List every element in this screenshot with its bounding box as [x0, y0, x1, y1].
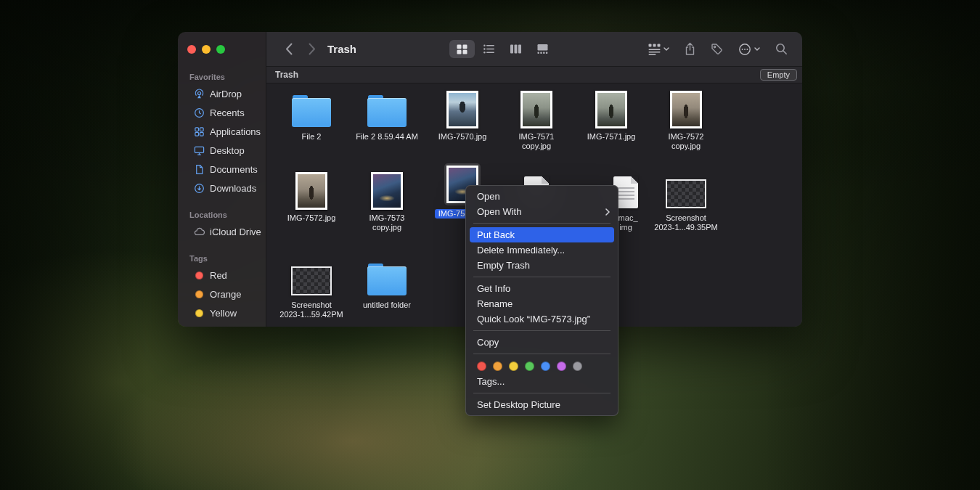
screenshot-thumbnail-icon	[666, 179, 706, 208]
applications-grid-icon	[193, 126, 205, 137]
menu-item-rename[interactable]: Rename	[470, 296, 614, 311]
minimize-button[interactable]	[202, 45, 211, 54]
tag-gray-icon[interactable]	[573, 362, 582, 371]
file-item[interactable]: IMG-7571.jpg	[573, 85, 649, 142]
tags-button[interactable]	[711, 43, 723, 55]
file-item[interactable]: IMG-7570.jpg	[425, 85, 500, 142]
sidebar-section-locations: Locations	[178, 211, 266, 219]
sidebar-item-tag-green[interactable]: Green	[182, 322, 261, 327]
sidebar-item-label: Recents	[210, 107, 245, 118]
search-button[interactable]	[775, 43, 788, 55]
menu-item-empty-trash[interactable]: Empty Trash	[470, 258, 614, 273]
menu-item-get-info[interactable]: Get Info	[470, 281, 614, 296]
sidebar-item-tag-red[interactable]: Red	[182, 266, 261, 285]
menu-item-set-desktop-picture[interactable]: Set Desktop Picture	[470, 397, 614, 412]
menu-item-label: Delete Immediately...	[474, 245, 565, 256]
file-label: File 2	[298, 132, 325, 142]
tag-red-icon[interactable]	[477, 362, 486, 371]
sidebar-item-label: Desktop	[210, 145, 245, 156]
chevron-down-icon	[754, 47, 760, 51]
sidebar-item-tag-yellow[interactable]: Yellow	[182, 303, 261, 322]
file-label: IMG-7572.jpg	[284, 213, 340, 223]
menu-item-label: Rename	[474, 298, 513, 309]
file-item[interactable]: IMG-7571 copy.jpg	[499, 85, 574, 151]
menu-item-put-back[interactable]: Put Back	[470, 227, 614, 242]
menu-item-open[interactable]: Open	[470, 189, 614, 204]
sidebar-item-downloads[interactable]: Downloads	[182, 179, 261, 197]
close-button[interactable]	[187, 45, 196, 54]
menu-separator	[473, 277, 611, 277]
file-label: File 2 8.59.44 AM	[352, 132, 422, 142]
menu-item-open-with[interactable]: Open With	[470, 204, 614, 219]
share-icon	[685, 42, 695, 56]
sidebar-item-label: Downloads	[210, 183, 256, 194]
sidebar-item-label: iCloud Drive	[210, 226, 261, 237]
menu-item-copy[interactable]: Copy	[470, 335, 614, 350]
chevron-right-icon	[309, 43, 316, 55]
menu-item-quick-look[interactable]: Quick Look “IMG-7573.jpg”	[470, 311, 614, 327]
more-actions-button[interactable]	[738, 43, 760, 56]
file-item[interactable]: File 2 8.59.44 AM	[349, 85, 425, 142]
file-item[interactable]: File 2	[274, 85, 349, 142]
file-item[interactable]: IMG-7573 copy.jpg	[349, 166, 425, 232]
folder-icon	[367, 98, 407, 127]
gallery-view-icon	[537, 44, 548, 54]
file-item[interactable]: untitled folder	[349, 253, 425, 310]
pathbar: Trash Empty	[266, 67, 802, 83]
menu-separator	[473, 354, 611, 354]
red-tag-dot-icon	[193, 271, 205, 279]
icon-view-button[interactable]	[449, 40, 475, 58]
file-item[interactable]: Screenshot 2023-1...59.42PM	[274, 253, 349, 319]
chevron-left-icon	[285, 43, 293, 55]
sidebar-item-recents[interactable]: Recents	[182, 103, 261, 122]
menu-item-label: Tags...	[474, 376, 505, 387]
cloud-icon	[193, 226, 205, 237]
gallery-view-button[interactable]	[530, 40, 555, 58]
menu-tag-colors	[466, 358, 618, 374]
column-view-button[interactable]	[503, 40, 528, 58]
menu-item-delete-immediately[interactable]: Delete Immediately...	[470, 242, 614, 258]
desktop-wallpaper[interactable]: Favorites AirDrop Recents Applications D…	[0, 0, 980, 490]
zoom-button[interactable]	[216, 45, 225, 54]
file-item[interactable]: IMG-7572 copy.jpg	[648, 85, 724, 151]
tag-purple-icon[interactable]	[557, 362, 566, 371]
group-button[interactable]	[648, 44, 669, 55]
sidebar-item-tag-orange[interactable]: Orange	[182, 285, 261, 303]
menu-item-label: Copy	[474, 337, 499, 348]
file-item[interactable]: IMG-7572.jpg	[274, 166, 349, 223]
submenu-arrow-icon	[605, 208, 610, 216]
chevron-down-icon	[663, 47, 669, 51]
tag-yellow-icon[interactable]	[509, 362, 518, 371]
sidebar-item-documents[interactable]: Documents	[182, 160, 261, 179]
back-button[interactable]	[285, 43, 293, 55]
photo-thumbnail-icon	[520, 91, 552, 128]
view-switcher	[449, 40, 555, 58]
list-view-button[interactable]	[476, 40, 502, 58]
path-location: Trash	[275, 70, 298, 80]
sidebar-item-applications[interactable]: Applications	[182, 122, 261, 141]
download-circle-icon	[193, 183, 205, 194]
sidebar-item-desktop[interactable]: Desktop	[182, 141, 261, 160]
tag-orange-icon[interactable]	[493, 362, 502, 371]
tag-green-icon[interactable]	[525, 362, 534, 371]
forward-button[interactable]	[309, 43, 316, 55]
columns-view-icon	[510, 44, 521, 54]
share-button[interactable]	[685, 42, 695, 56]
sidebar-item-airdrop[interactable]: AirDrop	[182, 84, 261, 103]
grid-view-icon	[457, 44, 467, 54]
file-label: Screenshot 2023-1...49.35PM	[650, 213, 721, 232]
sidebar: Favorites AirDrop Recents Applications D…	[178, 32, 266, 327]
file-label: IMG-7572 copy.jpg	[665, 132, 708, 151]
menu-item-label: Quick Look “IMG-7573.jpg”	[474, 314, 590, 324]
screenshot-thumbnail-icon	[291, 266, 332, 295]
tag-blue-icon[interactable]	[541, 362, 550, 371]
file-item[interactable]: Screenshot 2023-1...49.35PM	[648, 166, 724, 232]
menu-item-tags[interactable]: Tags...	[470, 374, 614, 389]
photo-thumbnail-icon	[446, 91, 478, 128]
file-label: Screenshot 2023-1...59.42PM	[276, 301, 346, 319]
empty-trash-button[interactable]: Empty	[760, 69, 797, 81]
sidebar-item-icloud-drive[interactable]: iCloud Drive	[182, 222, 261, 241]
menu-item-label: Empty Trash	[474, 260, 530, 271]
sidebar-section-favorites: Favorites	[178, 73, 266, 81]
file-label: IMG-7570.jpg	[435, 132, 491, 142]
